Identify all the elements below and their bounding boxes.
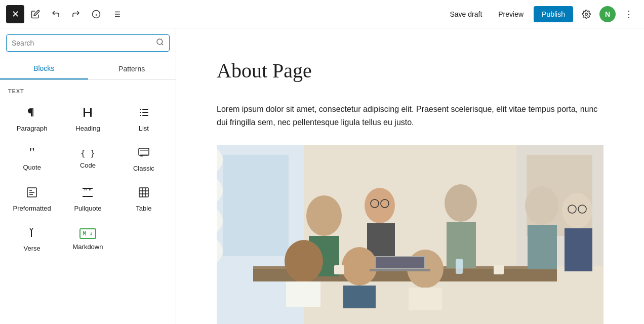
svg-rect-30 bbox=[83, 196, 93, 197]
list-icon bbox=[138, 106, 150, 120]
page-image bbox=[217, 145, 603, 324]
page-body[interactable]: Lorem ipsum dolor sit amet, consectetur … bbox=[217, 103, 603, 129]
svg-line-11 bbox=[162, 44, 163, 45]
toolbar: ✕ Save draft Preview Publish N ⋮ bbox=[0, 0, 644, 28]
search-icon bbox=[156, 38, 164, 48]
quote-icon: " bbox=[29, 145, 34, 159]
paragraph-icon bbox=[26, 106, 38, 120]
save-draft-button[interactable]: Save draft bbox=[444, 6, 488, 22]
preview-button[interactable]: Preview bbox=[492, 6, 530, 22]
block-item-code[interactable]: { } Code bbox=[60, 138, 115, 178]
avatar[interactable]: N bbox=[599, 6, 616, 22]
svg-rect-70 bbox=[456, 259, 463, 274]
close-button[interactable]: ✕ bbox=[6, 5, 24, 23]
svg-rect-16 bbox=[142, 112, 148, 113]
svg-rect-68 bbox=[334, 265, 344, 274]
svg-rect-40 bbox=[223, 155, 289, 256]
svg-rect-22 bbox=[140, 154, 148, 154]
code-icon: { } bbox=[80, 149, 95, 157]
svg-rect-61 bbox=[370, 269, 430, 271]
tabs: Blocks Patterns bbox=[0, 58, 176, 80]
block-item-preformatted[interactable]: Preformatted bbox=[4, 178, 60, 218]
svg-point-49 bbox=[445, 184, 477, 222]
undo-button[interactable] bbox=[47, 5, 65, 23]
svg-rect-18 bbox=[140, 109, 141, 110]
redo-button[interactable] bbox=[67, 5, 85, 23]
pullquote-icon: "" bbox=[82, 186, 94, 200]
table-icon bbox=[138, 186, 150, 200]
svg-point-47 bbox=[365, 188, 395, 223]
svg-point-55 bbox=[285, 240, 323, 282]
svg-rect-69 bbox=[494, 265, 504, 274]
search-box bbox=[6, 34, 170, 52]
block-item-quote[interactable]: " Quote bbox=[4, 138, 60, 178]
classic-icon bbox=[138, 146, 150, 160]
editor: About Page Lorem ipsum dolor sit amet, c… bbox=[176, 28, 644, 324]
block-grid: Paragraph Heading List " Quote bbox=[0, 98, 176, 258]
block-item-table[interactable]: Table bbox=[116, 178, 172, 218]
tab-blocks[interactable]: Blocks bbox=[0, 58, 88, 79]
block-item-heading[interactable]: Heading bbox=[60, 98, 115, 138]
page-image-inner bbox=[217, 145, 603, 324]
table-label: Table bbox=[136, 205, 151, 212]
toolbar-right: Save draft Preview Publish N ⋮ bbox=[444, 5, 638, 23]
edit-icon-button[interactable] bbox=[26, 5, 45, 23]
heading-label: Heading bbox=[75, 125, 100, 132]
page-title[interactable]: About Page bbox=[217, 59, 603, 83]
svg-point-57 bbox=[342, 247, 377, 286]
svg-rect-58 bbox=[343, 286, 376, 308]
classic-label: Classic bbox=[133, 165, 154, 172]
svg-rect-15 bbox=[142, 109, 148, 110]
more-options-button[interactable]: ⋮ bbox=[620, 5, 638, 23]
publish-button[interactable]: Publish bbox=[534, 6, 573, 22]
svg-text:": " bbox=[84, 188, 87, 195]
paragraph-label: Paragraph bbox=[17, 125, 48, 132]
list-view-button[interactable] bbox=[107, 5, 126, 23]
quote-label: Quote bbox=[23, 164, 41, 171]
svg-rect-17 bbox=[142, 115, 148, 116]
list-label: List bbox=[139, 125, 149, 132]
block-item-paragraph[interactable]: Paragraph bbox=[4, 98, 60, 138]
block-item-verse[interactable]: Verse bbox=[4, 218, 60, 258]
search-container bbox=[0, 28, 176, 58]
block-item-pullquote[interactable]: "" Pullquote bbox=[60, 178, 115, 218]
preformatted-icon bbox=[26, 186, 38, 200]
info-button[interactable] bbox=[87, 5, 105, 23]
svg-rect-20 bbox=[140, 115, 141, 116]
block-item-list[interactable]: List bbox=[116, 98, 172, 138]
section-label: TEXT bbox=[0, 80, 176, 98]
markdown-label: Markdown bbox=[73, 243, 103, 251]
settings-button[interactable] bbox=[577, 5, 595, 23]
code-label: Code bbox=[80, 161, 96, 169]
svg-rect-60 bbox=[409, 288, 442, 310]
svg-rect-56 bbox=[286, 281, 320, 307]
tab-patterns[interactable]: Patterns bbox=[88, 58, 176, 79]
main-layout: Blocks Patterns TEXT Paragraph Heading bbox=[0, 28, 644, 324]
svg-point-10 bbox=[157, 39, 163, 45]
block-item-classic[interactable]: Classic bbox=[116, 138, 172, 178]
heading-icon bbox=[82, 106, 94, 120]
pullquote-label: Pullquote bbox=[74, 205, 101, 212]
svg-rect-63 bbox=[376, 257, 424, 268]
svg-point-45 bbox=[306, 195, 342, 236]
verse-label: Verse bbox=[24, 245, 41, 252]
markdown-icon: M ↓ bbox=[79, 228, 97, 239]
svg-text:": " bbox=[89, 188, 92, 195]
svg-point-53 bbox=[562, 193, 592, 228]
svg-rect-33 bbox=[139, 188, 148, 197]
verse-icon bbox=[26, 226, 38, 240]
svg-rect-52 bbox=[528, 225, 557, 269]
sidebar: Blocks Patterns TEXT Paragraph Heading bbox=[0, 28, 176, 324]
svg-point-51 bbox=[525, 186, 558, 225]
search-input[interactable] bbox=[12, 39, 152, 47]
toolbar-left: ✕ bbox=[6, 5, 126, 23]
svg-rect-19 bbox=[140, 112, 141, 113]
svg-point-9 bbox=[585, 13, 588, 15]
preformatted-label: Preformatted bbox=[13, 205, 51, 212]
svg-rect-54 bbox=[565, 228, 592, 271]
block-item-markdown[interactable]: M ↓ Markdown bbox=[60, 218, 115, 258]
svg-rect-23 bbox=[140, 155, 143, 156]
svg-rect-14 bbox=[84, 112, 92, 113]
